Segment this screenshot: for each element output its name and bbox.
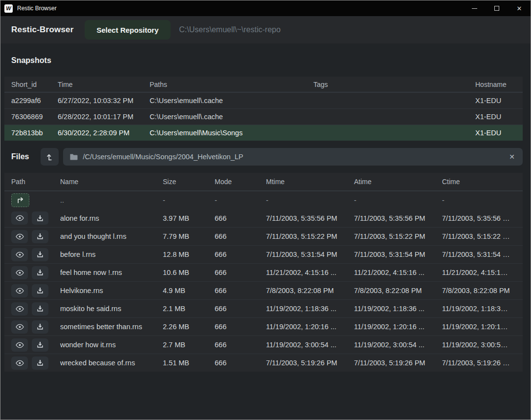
download-icon: [37, 233, 44, 240]
minimize-icon: [472, 8, 477, 9]
file-size: 3.97 MB: [163, 214, 215, 222]
preview-file-button[interactable]: [11, 211, 28, 225]
empty-area: [0, 372, 531, 420]
file-row: alone for.rns 3.97 MB 666 7/11/2003, 5:3…: [4, 209, 523, 227]
file-name: before l.rns: [60, 251, 163, 258]
file-ctime: 11/19/2002, 3:00:54 ...: [442, 341, 516, 349]
download-file-button[interactable]: [32, 230, 48, 243]
file-name: wonder how it.rns: [60, 341, 163, 349]
file-name: Helvikone.rns: [60, 287, 163, 294]
close-button[interactable]: ✕: [508, 0, 531, 16]
files-current-path: /C/Users/emuell/Music/Songs/2004_Helveti…: [83, 153, 243, 161]
file-row: feel home now !.rns 10.6 MB 666 11/21/20…: [4, 263, 523, 281]
column-header-mtime: Mtime: [266, 178, 354, 186]
download-file-button[interactable]: [32, 320, 48, 334]
file-mtime: 11/21/2002, 4:15:16 ...: [266, 269, 354, 276]
go-up-directory-button[interactable]: [11, 193, 29, 207]
preview-file-button[interactable]: [11, 284, 28, 297]
download-file-button[interactable]: [32, 211, 48, 225]
column-header-name: Name: [60, 178, 163, 186]
column-header-short-id: Short_id: [11, 81, 58, 88]
file-size: 10.6 MB: [163, 269, 215, 276]
file-size: 12.8 MB: [163, 251, 215, 258]
preview-file-button[interactable]: [11, 230, 28, 243]
eye-icon: [15, 215, 24, 221]
file-mtime: 7/11/2003, 5:15:22 PM: [266, 232, 354, 240]
file-row: wrecked because of.rns 1.51 MB 666 7/11/…: [4, 354, 523, 372]
file-atime: 7/11/2003, 5:19:26 PM: [354, 359, 442, 367]
files-section-band: Files /C/Users/emuell/Music/Songs/2004_H…: [0, 141, 531, 173]
file-mtime: 11/19/2002, 1:20:16 ...: [266, 323, 354, 331]
eye-icon: [15, 270, 24, 276]
download-file-button[interactable]: [32, 302, 48, 315]
file-atime: 7/11/2003, 5:35:56 PM: [354, 214, 442, 222]
preview-file-button[interactable]: [11, 357, 28, 370]
file-mtime: 7/11/2003, 5:35:56 PM: [266, 214, 354, 222]
column-header-hostname: Hostname: [475, 81, 516, 88]
download-file-button[interactable]: [32, 357, 48, 370]
snapshot-row[interactable]: a2299af6 6/27/2022, 10:03:32 PM C:\Users…: [4, 92, 523, 108]
file-size: 2.1 MB: [163, 305, 215, 313]
download-icon: [37, 251, 44, 258]
download-icon: [37, 215, 44, 222]
snapshots-section-band: Snapshots: [0, 43, 531, 77]
snapshots-table: Short_id Time Paths Tags Hostname a2299a…: [4, 77, 523, 141]
file-ctime: 7/11/2003, 5:35:56 PM: [442, 214, 516, 222]
window-controls: ✕: [463, 0, 531, 16]
download-icon: [37, 359, 44, 366]
file-ctime: 11/21/2002, 4:15:16 ...: [442, 269, 516, 276]
file-size: -: [163, 196, 215, 204]
file-ctime: 11/19/2002, 1:18:36 ...: [442, 305, 516, 313]
snapshot-row[interactable]: 76306869 6/28/2022, 10:01:17 PM C:\Users…: [4, 108, 523, 125]
folder-icon: [70, 154, 78, 160]
file-atime: 7/11/2003, 5:15:22 PM: [354, 232, 442, 240]
file-mtime: 7/8/2003, 8:22:08 PM: [266, 287, 354, 294]
file-size: 2.7 MB: [163, 341, 215, 349]
eye-icon: [15, 288, 24, 294]
repository-path: C:\Users\emuell\~\restic-repo: [179, 25, 281, 34]
clear-path-button[interactable]: ✕: [508, 153, 516, 161]
file-size: 1.51 MB: [163, 359, 215, 367]
download-file-button[interactable]: [32, 266, 48, 279]
snapshot-paths: C:\Users\emuell\Music\Songs: [150, 129, 313, 137]
download-file-button[interactable]: [32, 338, 48, 352]
download-file-button[interactable]: [32, 248, 48, 261]
snapshot-row-selected[interactable]: 72b813bb 6/30/2022, 2:28:09 PM C:\Users\…: [4, 125, 523, 141]
preview-file-button[interactable]: [11, 266, 28, 279]
minimize-button[interactable]: [463, 0, 486, 16]
window-title: Restic Browser: [17, 5, 57, 12]
file-size: 2.26 MB: [163, 323, 215, 331]
up-level-icon: [45, 152, 54, 161]
file-ctime: 7/11/2003, 5:15:22 PM: [442, 232, 516, 240]
select-repository-button[interactable]: Select Repository: [85, 20, 171, 40]
file-row: moskito he said.rns 2.1 MB 666 11/19/200…: [4, 299, 523, 317]
preview-file-button[interactable]: [11, 248, 28, 261]
snapshots-table-header: Short_id Time Paths Tags Hostname: [4, 77, 523, 92]
download-icon: [37, 323, 44, 330]
download-file-button[interactable]: [32, 284, 48, 297]
preview-file-button[interactable]: [11, 320, 28, 334]
file-row: sometimes better than.rns 2.26 MB 666 11…: [4, 317, 523, 336]
eye-icon: [15, 324, 24, 330]
maximize-button[interactable]: [486, 0, 508, 16]
file-name: ..: [60, 196, 163, 204]
preview-file-button[interactable]: [11, 338, 28, 352]
file-mode: 666: [215, 214, 266, 222]
parent-directory-row: .. - - - - -: [4, 191, 523, 209]
up-level-button[interactable]: [41, 148, 59, 166]
files-table-header: Path Name Size Mode Mtime Atime Ctime: [4, 173, 523, 191]
column-header-time: Time: [58, 81, 150, 88]
file-atime: 7/8/2003, 8:22:08 PM: [354, 287, 442, 294]
preview-file-button[interactable]: [11, 302, 28, 315]
file-ctime: 11/19/2002, 1:20:16 ...: [442, 323, 516, 331]
file-name: and you thought l.rns: [60, 232, 163, 240]
file-atime: 7/11/2003, 5:31:54 PM: [354, 251, 442, 258]
file-mode: 666: [215, 287, 266, 294]
maximize-icon: [494, 6, 499, 11]
file-atime: 11/19/2002, 1:20:16 ...: [354, 323, 442, 331]
file-ctime: 7/11/2003, 5:31:54 PM: [442, 251, 516, 258]
column-header-mode: Mode: [215, 178, 266, 186]
file-size: 4.9 MB: [163, 287, 215, 294]
file-rows-container: alone for.rns 3.97 MB 666 7/11/2003, 5:3…: [4, 209, 523, 372]
file-mode: -: [215, 196, 266, 204]
